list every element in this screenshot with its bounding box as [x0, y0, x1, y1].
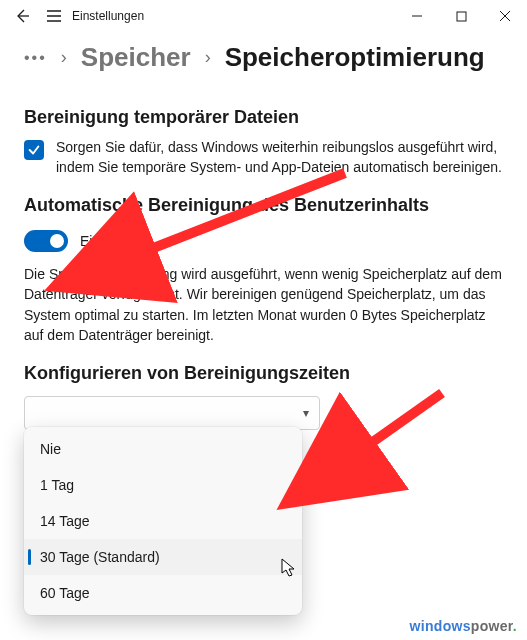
maximize-button[interactable]: [439, 0, 483, 32]
cleanup-interval-flyout: Nie 1 Tag 14 Tage 30 Tage (Standard) 60 …: [24, 427, 302, 615]
section-heading-temp: Bereinigung temporärer Dateien: [24, 107, 503, 128]
back-button[interactable]: [6, 0, 38, 32]
window-title: Einstellungen: [72, 9, 144, 23]
breadcrumb-item-current: Speicheroptimierung: [225, 42, 485, 73]
breadcrumb-more-icon[interactable]: •••: [24, 49, 47, 67]
option-1-day[interactable]: 1 Tag: [24, 467, 302, 503]
breadcrumb: ••• › Speicher › Speicheroptimierung: [0, 32, 527, 81]
nav-menu-button[interactable]: [38, 0, 70, 32]
chevron-down-icon: ▾: [303, 406, 309, 420]
titlebar: Einstellungen: [0, 0, 527, 32]
auto-cleanup-toggle-label: Ein: [80, 233, 100, 249]
cleanup-interval-combobox[interactable]: ▾: [24, 396, 320, 430]
option-14-days[interactable]: 14 Tage: [24, 503, 302, 539]
section-heading-config: Konfigurieren von Bereinigungszeiten: [24, 363, 503, 384]
watermark: windowspower.: [410, 618, 517, 634]
option-never[interactable]: Nie: [24, 431, 302, 467]
temp-cleanup-label: Sorgen Sie dafür, dass Windows weiterhin…: [56, 138, 503, 177]
section-heading-auto: Automatische Bereinigung des Benutzerinh…: [24, 195, 503, 216]
temp-cleanup-checkbox-row: Sorgen Sie dafür, dass Windows weiterhin…: [24, 138, 503, 177]
close-button[interactable]: [483, 0, 527, 32]
temp-cleanup-checkbox[interactable]: [24, 140, 44, 160]
option-30-days[interactable]: 30 Tage (Standard): [24, 539, 302, 575]
option-60-days[interactable]: 60 Tage: [24, 575, 302, 611]
breadcrumb-item-storage[interactable]: Speicher: [81, 42, 191, 73]
svg-rect-0: [457, 12, 466, 21]
auto-cleanup-description: Die Speicheroptimierung wird ausgeführt,…: [24, 264, 503, 345]
auto-cleanup-toggle-row: Ein: [24, 230, 503, 252]
minimize-button[interactable]: [395, 0, 439, 32]
chevron-right-icon: ›: [205, 47, 211, 68]
auto-cleanup-toggle[interactable]: [24, 230, 68, 252]
chevron-right-icon: ›: [61, 47, 67, 68]
